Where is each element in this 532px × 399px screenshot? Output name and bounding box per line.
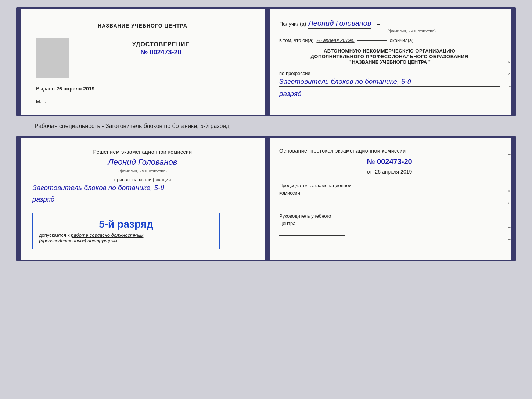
- right-margin-marks-bottom: – – – и а ← – – – –: [508, 152, 512, 266]
- mp-label: М.П.: [36, 99, 46, 104]
- institution-name-top: НАЗВАНИЕ УЧЕБНОГО ЦЕНТРА: [32, 23, 253, 29]
- chairman-sig-line: [279, 198, 345, 205]
- protocol-date: 26 апреля 2019: [375, 169, 412, 175]
- recipient-name-top: Леонид Голованов: [308, 19, 371, 29]
- fio-label-top: (фамилия, имя, отчество): [323, 29, 500, 33]
- rank-value-top: разряд: [279, 90, 367, 99]
- spine-center-bottom: [265, 138, 270, 260]
- left-binding-edge-bottom: [16, 136, 21, 261]
- issued-label: Выдано: [36, 86, 55, 92]
- received-label: Получил(а): [279, 21, 306, 27]
- fio-sub-bottom: (фамилия, имя, отчество): [32, 169, 253, 173]
- certificate-title: УДОСТОВЕРЕНИЕ: [132, 41, 190, 48]
- left-binding-edge: [16, 7, 21, 116]
- bottom-left-half: Решением экзаменационной комиссии Леонид…: [21, 138, 265, 260]
- bottom-right-half: Основание: протокол экзаменационной коми…: [270, 138, 511, 260]
- stamp-rank: 5-й разряд: [39, 218, 213, 230]
- org-line3: " НАЗВАНИЕ УЧЕБНОГО ЦЕНТРА ": [279, 59, 500, 65]
- stamp-allowed: допускается к работе согласно должностны…: [39, 232, 213, 238]
- top-doc-inner: НАЗВАНИЕ УЧЕБНОГО ЦЕНТРА УДОСТОВЕРЕНИЕ №…: [21, 7, 511, 116]
- bottom-document-card: Решением экзаменационной комиссии Леонид…: [16, 136, 516, 261]
- protocol-number: № 002473-20: [279, 157, 500, 166]
- profession-label-top: по профессии: [279, 71, 500, 76]
- director-signature-block: Руководитель учебного Центра: [279, 213, 500, 236]
- stamp-allowed-value: работе согласно должностным: [71, 232, 143, 238]
- director-label: Руководитель учебного Центра: [279, 213, 500, 227]
- org-line2: ДОПОЛНИТЕЛЬНОГО ПРОФЕССИОНАЛЬНОГО ОБРАЗО…: [279, 54, 500, 59]
- certified-end: окончил(а): [390, 38, 414, 43]
- photo-placeholder: [36, 38, 69, 78]
- org-line1: АВТОНОМНУЮ НЕКОММЕРЧЕСКУЮ ОРГАНИЗАЦИЮ: [279, 48, 500, 54]
- protocol-date-line: от 26 апреля 2019: [279, 169, 500, 175]
- top-right-half: Получил(а) Леонид Голованов – (фамилия, …: [270, 9, 511, 115]
- chairman-label: Председатель экзаменационной комиссии: [279, 182, 500, 196]
- certified-text: в том, что он(а): [279, 38, 313, 43]
- person-name-bottom: Леонид Голованов: [32, 157, 253, 168]
- director-sig-line: [279, 228, 345, 236]
- issued-date: 26 апреля 2019: [56, 86, 94, 92]
- basis-title: Основание: протокол экзаменационной коми…: [279, 148, 500, 154]
- profession-block-top: по профессии Заготовитель блоков по бота…: [279, 71, 500, 99]
- certified-date: 26 апреля 2019г.: [316, 38, 354, 43]
- specialty-label-wrapper: Рабочая специальность - Заготовитель бло…: [16, 123, 516, 129]
- qualification-label: присвоена квалификация: [32, 177, 253, 182]
- stamp-allowed-prefix: допускается к: [39, 232, 69, 238]
- certificate-number: № 002473-20: [140, 49, 181, 56]
- bottom-doc-inner: Решением экзаменационной комиссии Леонид…: [21, 136, 511, 261]
- top-document-card: НАЗВАНИЕ УЧЕБНОГО ЦЕНТРА УДОСТОВЕРЕНИЕ №…: [16, 7, 516, 116]
- commission-line1: Решением экзаменационной комиссии: [32, 148, 253, 156]
- profession-value-top: Заготовитель блоков по ботанике, 5-й: [279, 78, 500, 87]
- stamp-box: 5-й разряд допускается к работе согласно…: [32, 213, 220, 249]
- qualification-value: Заготовитель блоков по ботанике, 5-й: [32, 184, 253, 193]
- spine-center-top: [265, 9, 270, 115]
- right-margin-marks: – – – и а ← – – –: [508, 24, 512, 125]
- org-block: АВТОНОМНУЮ НЕКОММЕРЧЕСКУЮ ОРГАНИЗАЦИЮ ДО…: [279, 48, 500, 65]
- chairman-signature-block: Председатель экзаменационной комиссии: [279, 182, 500, 205]
- specialty-label: Рабочая специальность - Заготовитель бло…: [35, 123, 229, 129]
- top-left-half: НАЗВАНИЕ УЧЕБНОГО ЦЕНТРА УДОСТОВЕРЕНИЕ №…: [21, 9, 265, 115]
- protocol-date-prefix: от: [367, 169, 372, 175]
- rank-bottom: разряд: [32, 195, 132, 204]
- stamp-allowed-cont: (производственным) инструкциям: [39, 238, 213, 243]
